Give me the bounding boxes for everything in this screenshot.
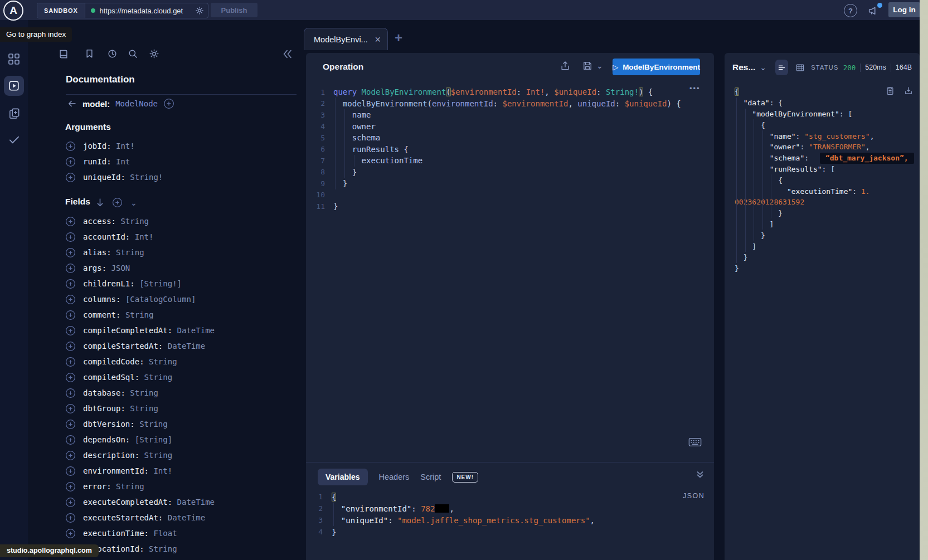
field-type[interactable]: Int! — [135, 232, 154, 241]
add-to-query-button[interactable] — [65, 450, 76, 461]
response-json-viewer[interactable]: { "data": { "modelByEnvironment": [ { "n… — [735, 86, 916, 274]
field-name[interactable]: args — [83, 264, 102, 272]
field-type[interactable]: String — [144, 373, 173, 382]
add-to-query-button[interactable] — [65, 528, 76, 539]
add-to-query-button[interactable] — [65, 157, 76, 167]
add-to-query-button[interactable] — [65, 141, 76, 152]
add-to-query-button[interactable] — [65, 403, 76, 414]
field-type[interactable]: JSON — [111, 264, 130, 272]
field-type[interactable]: DateTime — [168, 513, 205, 522]
field-type[interactable]: String — [130, 388, 158, 397]
sort-fields-icon[interactable] — [96, 198, 104, 207]
field-type[interactable]: String — [125, 310, 154, 319]
field-type[interactable]: String — [149, 357, 177, 366]
field-name[interactable]: executeCompletedAt — [83, 498, 168, 507]
field-type[interactable]: String — [120, 217, 149, 226]
fields-chevron-down-icon[interactable]: ⌄ — [130, 198, 137, 207]
field-type[interactable]: Int! — [116, 142, 135, 150]
field-type[interactable]: String — [149, 544, 177, 553]
field-name[interactable]: childrenL1 — [83, 279, 130, 288]
endpoint-url-input[interactable]: https://metadata.cloud.get — [100, 7, 191, 15]
tab-script[interactable]: Script — [420, 473, 441, 481]
announcements-icon[interactable] — [867, 4, 881, 17]
publish-button[interactable]: Publish — [211, 3, 257, 17]
help-icon[interactable]: ? — [844, 4, 857, 17]
close-tab-icon[interactable]: × — [375, 35, 381, 45]
field-name[interactable]: jobId — [83, 142, 106, 150]
breadcrumb-type[interactable]: ModelNode — [115, 99, 158, 108]
add-to-query-button[interactable] — [65, 388, 76, 398]
field-name[interactable]: dependsOn — [83, 435, 125, 444]
field-name[interactable]: columns — [83, 295, 116, 304]
field-type[interactable]: DateTime — [168, 342, 205, 350]
history-icon[interactable] — [107, 48, 118, 59]
graph-index-icon[interactable] — [7, 52, 21, 66]
field-name[interactable]: compiledCode — [83, 357, 139, 366]
graphql-editor[interactable]: 1query ModelByEnvironment($environmentId… — [306, 82, 714, 212]
add-type-button[interactable] — [163, 98, 174, 109]
add-to-query-button[interactable] — [65, 341, 76, 352]
add-to-query-button[interactable] — [65, 435, 76, 445]
collapse-sidebar-button[interactable] — [281, 48, 294, 60]
response-menu-chevron-icon[interactable]: ⌄ — [760, 63, 766, 72]
add-to-query-button[interactable] — [65, 279, 76, 289]
field-type[interactable]: String — [139, 420, 168, 428]
add-to-query-button[interactable] — [65, 216, 76, 227]
run-operation-button[interactable]: ▷ ModelByEnvironment — [613, 59, 700, 75]
field-type[interactable]: DateTime — [177, 498, 215, 507]
bookmark-icon[interactable] — [84, 48, 95, 59]
add-to-query-button[interactable] — [65, 325, 76, 336]
share-operation-icon[interactable] — [560, 60, 571, 71]
add-to-query-button[interactable] — [65, 372, 76, 383]
field-type[interactable]: String — [144, 451, 173, 460]
field-name[interactable]: accountId — [83, 232, 125, 241]
tab-variables[interactable]: Variables — [318, 469, 368, 485]
add-to-query-button[interactable] — [65, 481, 76, 492]
field-name[interactable]: comment — [83, 310, 116, 319]
add-to-query-button[interactable] — [65, 294, 76, 305]
field-type[interactable]: [String!] — [139, 279, 182, 288]
checks-nav-icon[interactable] — [8, 133, 21, 146]
field-name[interactable]: error — [83, 482, 106, 491]
tab-headers[interactable]: Headers — [379, 473, 410, 481]
add-to-query-button[interactable] — [65, 172, 76, 183]
add-to-query-button[interactable] — [65, 232, 76, 242]
add-to-query-button[interactable] — [65, 419, 76, 430]
operation-tab[interactable]: ModelByEnvi... × — [304, 28, 388, 50]
keyboard-shortcuts-icon[interactable] — [688, 437, 702, 447]
raw-view-toggle[interactable] — [775, 60, 788, 75]
variables-editor[interactable]: 1{2 "environmentId": 782,3 "uniqueId": "… — [306, 491, 681, 538]
collapse-variables-icon[interactable] — [695, 470, 705, 480]
save-menu-chevron-icon[interactable]: ⌄ — [596, 61, 603, 70]
add-to-query-button[interactable] — [65, 263, 76, 274]
field-type[interactable]: [String] — [135, 435, 172, 444]
field-name[interactable]: compiledSql — [83, 373, 135, 382]
field-name[interactable]: executeStartedAt — [83, 513, 158, 522]
field-type[interactable]: Float — [153, 529, 177, 538]
field-type[interactable]: String — [116, 248, 144, 257]
table-view-toggle[interactable] — [794, 60, 806, 75]
connection-settings-gear-icon[interactable] — [195, 6, 204, 15]
field-name[interactable]: uniqueId — [83, 173, 120, 182]
add-to-query-button[interactable] — [65, 357, 76, 367]
field-name[interactable]: dbtGroup — [83, 404, 120, 413]
field-type[interactable]: String! — [130, 173, 163, 182]
field-type[interactable]: Int — [116, 157, 130, 166]
field-name[interactable]: compileCompletedAt — [83, 326, 168, 335]
back-arrow-icon[interactable] — [67, 99, 77, 109]
field-name[interactable]: database — [83, 388, 120, 397]
field-name[interactable]: environmentId — [83, 466, 144, 475]
add-to-query-button[interactable] — [65, 513, 76, 523]
field-name[interactable]: description — [83, 451, 135, 460]
login-button[interactable]: Log in — [888, 2, 920, 17]
field-name[interactable]: compileStartedAt — [83, 342, 158, 350]
field-type[interactable]: [CatalogColumn] — [125, 295, 196, 304]
settings-gear-icon[interactable] — [149, 48, 159, 59]
docs-book-icon[interactable] — [58, 48, 69, 60]
add-to-query-button[interactable] — [65, 466, 76, 476]
add-all-fields-button[interactable] — [112, 197, 123, 208]
add-to-query-button[interactable] — [65, 247, 76, 258]
save-operation-icon[interactable] — [582, 60, 593, 71]
schema-nav-icon[interactable] — [8, 107, 21, 120]
field-type[interactable]: String — [116, 482, 144, 491]
